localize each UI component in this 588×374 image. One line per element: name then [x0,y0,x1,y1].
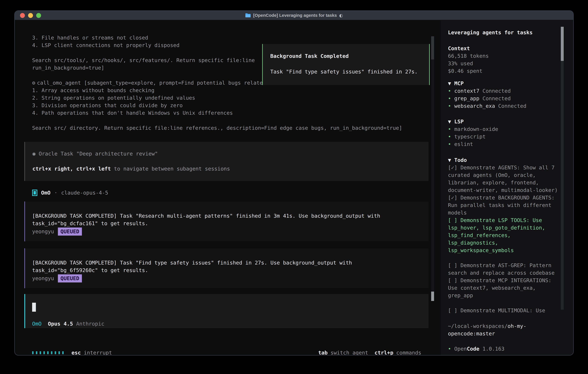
background-task-notification[interactable]: Background Task Completed Task "Find typ… [262,44,430,85]
context-spent: $0.46 spent [448,67,564,75]
input-model-line: OmO Opus 4.5 Anthropic [32,320,429,328]
agent-name: OmO [41,189,51,197]
status-badge: QUEUED [58,228,82,236]
close-button[interactable] [20,13,25,18]
status-bar: esc interrupt tab switch agent ctrl+p co… [32,349,421,355]
task-message-line: task_id="bg_dcfac161" to get results. [32,220,429,227]
todo-item-pending: [ ] Demonstrate AST-GREP: Pattern search… [448,262,564,277]
mcp-name: context7 [454,88,479,94]
oracle-hint-rest: to navigate between subagent sessions [111,166,230,172]
task-message-line: task_id="bg_6f59260c" to get results. [32,267,429,274]
mcp-status: Connected [483,88,511,94]
task-meta: yeongyu QUEUED [32,274,429,282]
lsp-section-heading[interactable]: ▼LSP [448,118,564,125]
lsp-item: •markdown-oxide [448,125,564,133]
session-share-icon: ◐ [339,13,343,18]
notification-body: Task "Find type safety issues" finished … [270,68,429,75]
notification-title: Background Task Completed [270,52,429,60]
mcp-item: •context7 Connected [448,87,564,95]
bullet-icon: • [448,133,451,140]
app-window: [OpenCode] Leveraging agents for tasks ◐… [14,10,574,355]
agent-model: claude-opus-4-5 [61,189,108,197]
esc-action-label: interrupt [84,349,112,355]
lsp-heading-label: LSP [454,118,464,125]
esc-key-label: esc [72,349,81,355]
brand-code: Code [467,346,479,352]
prompt-input[interactable]: OmO Opus 4.5 Anthropic [24,294,429,328]
context-tokens: 66,518 tokens [448,52,564,60]
ctrlp-key-label: ctrl+p [375,349,393,355]
lsp-item: •typescript [448,133,564,140]
main-scrollbar-thumb[interactable] [431,291,434,301]
sidebar-scrollbar-thumb[interactable] [561,27,564,61]
oracle-status-icon: ◉ [32,151,36,157]
tool-call-item: 4. Path operations that don't handle Win… [32,109,429,117]
lsp-name: eslint [454,140,473,148]
tool-call-footer: Search src/ directory. Return specific f… [32,124,429,132]
hint-interrupt: esc interrupt [72,349,112,355]
folder-icon [245,13,251,18]
hint-commands: ctrl+p commands [375,349,421,355]
collapse-triangle-icon: ▼ [448,156,451,164]
hint-switch-agent: tab switch agent [318,349,368,355]
context-used: 33% used [448,60,564,67]
agent-checkbox-icon [32,190,37,196]
ctrlp-action-label: commands [396,349,421,355]
task-message-line: [BACKGROUND TASK COMPLETED] Task "Resear… [32,212,429,220]
background-task-message[interactable]: [BACKGROUND TASK COMPLETED] Task "Resear… [24,201,429,241]
text-cursor [32,303,36,312]
conversation-pane: 3. File handles or streams not closed 4.… [15,21,440,355]
background-task-message[interactable]: [BACKGROUND TASK COMPLETED] Task "Find t… [24,248,429,288]
agent-header: OmO · claude-opus-4-5 [32,189,429,197]
todo-item-pending: [ ] Demonstrate MCP INTEGRATIONS: Use co… [448,277,564,299]
oracle-nav-hint: ctrl+x right, ctrl+x left to navigate be… [32,165,429,173]
version-line: • OpenCode 1.0.163 [448,345,564,353]
workspace-path: ~/local-workspaces/oh-my-opencode:master [448,322,564,337]
task-message-line: [BACKGROUND TASK COMPLETED] Task "Find t… [32,259,429,267]
blank-line [32,117,429,124]
task-meta: yeongyu QUEUED [32,228,429,236]
tab-key-label: tab [318,349,327,355]
todo-item-done: [✓] Demonstrate AGENTS: Show all 7 curat… [448,164,564,194]
zoom-button[interactable] [36,13,41,18]
collapse-triangle-icon: ▼ [448,118,451,125]
mcp-item: •websearch_exa Connected [448,102,564,110]
todo-section-heading[interactable]: ▼Todo [448,156,564,164]
separator-dot: · [54,189,57,197]
session-sidebar: Leveraging agents for tasks Context 66,5… [441,21,573,355]
lsp-name: typescript [454,133,486,140]
session-title: Leveraging agents for tasks [448,29,564,36]
bullet-icon: • [448,87,451,95]
task-user: yeongyu [32,228,54,235]
titlebar: [OpenCode] Leveraging agents for tasks ◐ [15,11,573,20]
todo-item-active: [ ] Demonstrate LSP TOOLS: Use lsp_hover… [448,217,564,254]
scrollback-line: 3. File handles or streams not closed [32,34,429,42]
window-title: [OpenCode] Leveraging agents for tasks ◐ [245,13,343,18]
lsp-name: markdown-oxide [454,125,498,133]
mcp-status: Connected [498,103,526,109]
sidebar-scrollbar-track[interactable] [561,27,564,310]
busy-spinner-dots [32,351,64,354]
mcp-heading-label: MCP [454,80,464,87]
mcp-name: websearch_exa [454,103,495,109]
input-provider-name: Anthropic [76,320,104,328]
lsp-item: •eslint [448,140,564,148]
oracle-task-card[interactable]: ◉ Oracle Task "Deep architecture review"… [24,142,429,181]
status-badge: QUEUED [58,274,82,282]
main-scrollbar-thumb-top[interactable] [431,36,434,59]
mcp-section-heading[interactable]: ▼MCP [448,80,564,87]
tool-call-item: 2. String operations on potentially unde… [32,94,429,102]
workspace-path-prefix: ~/local-workspaces/ [448,323,508,329]
version-number: 1.0.163 [483,346,504,352]
todo-item-done: [✓] Demonstrate BACKGROUND AGENTS: Run p… [448,194,564,217]
oracle-task-title-text: Oracle Task "Deep architecture review" [39,151,158,157]
mcp-item: •grep_app Connected [448,95,564,102]
mcp-status: Connected [483,95,511,101]
minimize-button[interactable] [28,13,33,18]
bullet-icon: • [448,345,451,353]
bullet-icon: • [448,95,451,102]
main-scrollbar-track[interactable] [431,36,434,301]
bullet-icon: • [448,125,451,133]
oracle-task-title: ◉ Oracle Task "Deep architecture review" [32,150,429,157]
tool-call-item: 3. Division operations that could divide… [32,102,429,109]
